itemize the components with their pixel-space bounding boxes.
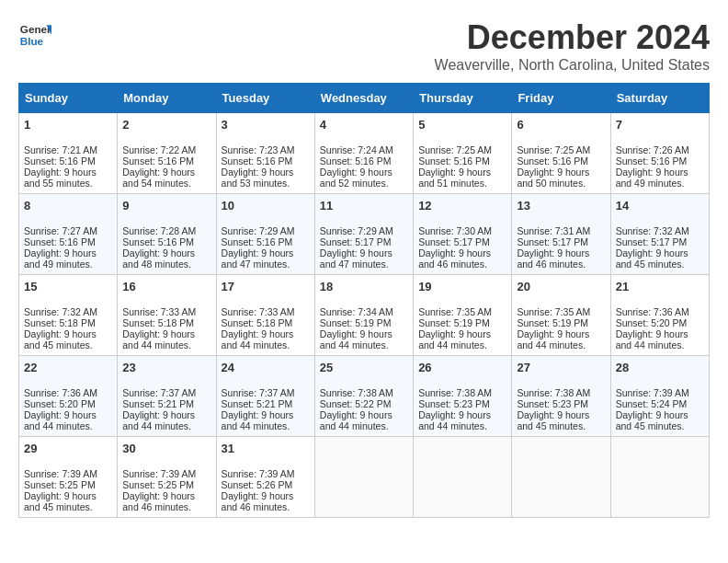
sunset-text: Sunset: 5:19 PM	[517, 317, 588, 328]
sunrise-text: Sunrise: 7:35 AM	[517, 306, 590, 317]
calendar-cell	[414, 437, 512, 518]
sunrise-text: Sunrise: 7:29 AM	[222, 225, 295, 236]
daylight-text: Daylight: 9 hours and 44 minutes.	[418, 328, 491, 350]
calendar-cell: 2Sunrise: 7:22 AMSunset: 5:16 PMDaylight…	[118, 113, 216, 194]
daylight-text: Daylight: 9 hours and 44 minutes.	[122, 409, 195, 431]
sunset-text: Sunset: 5:16 PM	[320, 155, 392, 167]
sunset-text: Sunset: 5:20 PM	[616, 317, 688, 328]
sunrise-text: Sunrise: 7:21 AM	[24, 144, 97, 155]
day-number: 30	[122, 442, 210, 455]
calendar-cell: 3Sunrise: 7:23 AMSunset: 5:16 PMDaylight…	[216, 113, 314, 194]
sunrise-text: Sunrise: 7:34 AM	[320, 306, 393, 317]
calendar-cell: 1Sunrise: 7:21 AMSunset: 5:16 PMDaylight…	[19, 113, 118, 194]
daylight-text: Daylight: 9 hours and 45 minutes.	[24, 490, 97, 512]
sunset-text: Sunset: 5:24 PM	[616, 398, 688, 409]
sunrise-text: Sunrise: 7:32 AM	[24, 306, 97, 317]
sunset-text: Sunset: 5:19 PM	[320, 317, 392, 328]
day-number: 14	[616, 199, 704, 213]
sunrise-text: Sunrise: 7:27 AM	[24, 225, 97, 236]
calendar-cell: 9Sunrise: 7:28 AMSunset: 5:16 PMDaylight…	[118, 194, 216, 275]
sunrise-text: Sunrise: 7:36 AM	[616, 306, 689, 317]
calendar-cell: 12Sunrise: 7:30 AMSunset: 5:17 PMDayligh…	[414, 194, 512, 275]
daylight-text: Daylight: 9 hours and 45 minutes.	[517, 409, 589, 431]
day-number: 5	[418, 118, 506, 132]
day-number: 27	[517, 361, 605, 374]
sunrise-text: Sunrise: 7:37 AM	[122, 387, 196, 398]
daylight-text: Daylight: 9 hours and 51 minutes.	[418, 167, 491, 189]
sunrise-text: Sunrise: 7:25 AM	[418, 144, 492, 155]
daylight-text: Daylight: 9 hours and 44 minutes.	[320, 409, 392, 431]
sunrise-text: Sunrise: 7:39 AM	[616, 387, 689, 398]
daylight-text: Daylight: 9 hours and 46 minutes.	[517, 247, 589, 270]
calendar-cell: 28Sunrise: 7:39 AMSunset: 5:24 PMDayligh…	[610, 356, 709, 437]
column-header-thursday: Thursday	[414, 84, 512, 113]
sunset-text: Sunset: 5:25 PM	[122, 479, 194, 490]
sunrise-text: Sunrise: 7:38 AM	[418, 387, 492, 398]
day-number: 20	[517, 280, 605, 293]
daylight-text: Daylight: 9 hours and 48 minutes.	[122, 247, 195, 270]
column-header-wednesday: Wednesday	[314, 84, 413, 113]
sunrise-text: Sunrise: 7:36 AM	[24, 387, 97, 398]
calendar-cell: 31Sunrise: 7:39 AMSunset: 5:26 PMDayligh…	[216, 437, 314, 518]
sunrise-text: Sunrise: 7:30 AM	[418, 225, 492, 236]
day-number: 15	[24, 280, 112, 293]
daylight-text: Daylight: 9 hours and 45 minutes.	[24, 328, 97, 350]
daylight-text: Daylight: 9 hours and 46 minutes.	[222, 490, 294, 512]
day-number: 16	[122, 280, 210, 293]
location-subtitle: Weaverville, North Carolina, United Stat…	[435, 57, 710, 74]
sunset-text: Sunset: 5:16 PM	[222, 236, 293, 247]
sunset-text: Sunset: 5:16 PM	[24, 236, 96, 247]
sunset-text: Sunset: 5:16 PM	[122, 236, 194, 247]
sunrise-text: Sunrise: 7:39 AM	[24, 468, 97, 479]
sunset-text: Sunset: 5:17 PM	[320, 236, 392, 247]
sunset-text: Sunset: 5:23 PM	[517, 398, 588, 409]
logo-icon: General Blue	[18, 18, 51, 52]
daylight-text: Daylight: 9 hours and 55 minutes.	[24, 167, 97, 189]
sunrise-text: Sunrise: 7:35 AM	[418, 306, 492, 317]
daylight-text: Daylight: 9 hours and 44 minutes.	[418, 409, 491, 431]
day-number: 9	[122, 199, 210, 213]
logo: General Blue	[18, 18, 51, 52]
svg-text:Blue: Blue	[20, 35, 44, 47]
svg-text:General: General	[20, 23, 51, 35]
calendar-cell: 17Sunrise: 7:33 AMSunset: 5:18 PMDayligh…	[216, 275, 314, 356]
daylight-text: Daylight: 9 hours and 44 minutes.	[222, 409, 294, 431]
sunset-text: Sunset: 5:21 PM	[122, 398, 194, 409]
sunrise-text: Sunrise: 7:22 AM	[122, 144, 196, 155]
daylight-text: Daylight: 9 hours and 49 minutes.	[24, 247, 97, 270]
calendar-cell: 15Sunrise: 7:32 AMSunset: 5:18 PMDayligh…	[19, 275, 118, 356]
calendar-cell: 10Sunrise: 7:29 AMSunset: 5:16 PMDayligh…	[216, 194, 314, 275]
calendar-cell	[512, 437, 610, 518]
daylight-text: Daylight: 9 hours and 46 minutes.	[122, 490, 195, 512]
sunrise-text: Sunrise: 7:25 AM	[517, 144, 590, 155]
calendar-week-3: 15Sunrise: 7:32 AMSunset: 5:18 PMDayligh…	[19, 275, 710, 356]
calendar-cell	[610, 437, 709, 518]
sunrise-text: Sunrise: 7:38 AM	[517, 387, 590, 398]
daylight-text: Daylight: 9 hours and 44 minutes.	[616, 328, 688, 350]
sunrise-text: Sunrise: 7:39 AM	[122, 468, 196, 479]
day-number: 4	[320, 118, 408, 132]
calendar-cell: 13Sunrise: 7:31 AMSunset: 5:17 PMDayligh…	[512, 194, 610, 275]
calendar-week-1: 1Sunrise: 7:21 AMSunset: 5:16 PMDaylight…	[19, 113, 710, 194]
daylight-text: Daylight: 9 hours and 45 minutes.	[616, 409, 688, 431]
day-number: 17	[222, 280, 310, 293]
day-number: 26	[418, 361, 506, 374]
daylight-text: Daylight: 9 hours and 53 minutes.	[222, 167, 294, 189]
day-number: 28	[616, 361, 704, 374]
daylight-text: Daylight: 9 hours and 47 minutes.	[320, 247, 392, 270]
month-title: December 2024	[435, 18, 710, 57]
daylight-text: Daylight: 9 hours and 54 minutes.	[122, 167, 195, 189]
day-number: 12	[418, 199, 506, 213]
calendar-cell: 6Sunrise: 7:25 AMSunset: 5:16 PMDaylight…	[512, 113, 610, 194]
daylight-text: Daylight: 9 hours and 46 minutes.	[418, 247, 491, 270]
sunset-text: Sunset: 5:16 PM	[616, 155, 688, 167]
sunrise-text: Sunrise: 7:32 AM	[616, 225, 689, 236]
day-number: 22	[24, 361, 112, 374]
daylight-text: Daylight: 9 hours and 44 minutes.	[122, 328, 195, 350]
sunset-text: Sunset: 5:21 PM	[222, 398, 293, 409]
sunset-text: Sunset: 5:16 PM	[122, 155, 194, 167]
calendar-cell: 25Sunrise: 7:38 AMSunset: 5:22 PMDayligh…	[314, 356, 413, 437]
calendar-cell: 22Sunrise: 7:36 AMSunset: 5:20 PMDayligh…	[19, 356, 118, 437]
sunset-text: Sunset: 5:16 PM	[222, 155, 293, 167]
day-number: 31	[222, 442, 310, 455]
